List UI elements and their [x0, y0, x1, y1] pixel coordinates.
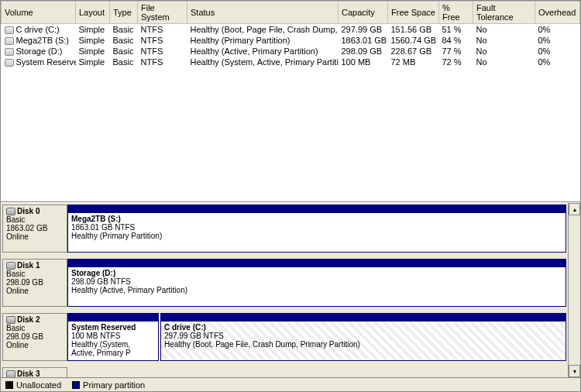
partition-status: Healthy (Active, Primary Partition)	[71, 286, 187, 294]
scroll-down-button[interactable]: ▾	[569, 365, 580, 377]
disk-info[interactable]: Disk 0Basic1863.02 GBOnline	[2, 205, 67, 253]
disk-row: Disk 0Basic1863.02 GBOnline Mega2TB (S:)…	[2, 205, 566, 253]
disk-icon	[6, 370, 15, 377]
disk-partitions: System Reserved 100 MB NTFS Healthy (Sys…	[67, 313, 566, 361]
disk-state: Online	[6, 232, 64, 241]
volume-name: Storage (D:)	[16, 46, 63, 56]
disk-name: Disk 0	[17, 207, 40, 215]
scroll-track[interactable]	[569, 215, 580, 365]
cell: 77 %	[439, 46, 473, 57]
cell: NTFS	[138, 46, 187, 57]
cell: 100 MB	[339, 57, 388, 67]
legend-unallocated-label: Unallocated	[16, 380, 61, 390]
cell: 297.99 GB	[339, 24, 388, 36]
partition-size: 297.99 GB NTFS	[164, 332, 224, 340]
disk-state: Online	[6, 287, 64, 295]
partition-size: 1863.01 GB NTFS	[71, 223, 135, 232]
col-fs[interactable]: File System	[138, 2, 187, 24]
volume-name: C drive (C:)	[16, 25, 60, 34]
disk-row: Disk 1Basic298.09 GBOnline Storage (D:) …	[2, 259, 566, 307]
cell: 0%	[535, 57, 580, 67]
partition-body: Storage (D:) 298.09 GB NTFS Healthy (Act…	[68, 267, 566, 306]
cell: Healthy (System, Active, Primary Partiti…	[187, 57, 339, 67]
disk-icon	[6, 262, 15, 270]
disk-type: Basic	[6, 324, 64, 332]
col-layout[interactable]: Layout	[76, 2, 110, 24]
cell: 298.09 GB	[339, 46, 388, 57]
drive-icon	[5, 26, 14, 34]
col-free[interactable]: Free Space	[388, 2, 439, 24]
partition[interactable]: Mega2TB (S:) 1863.01 GB NTFS Healthy (Pr…	[67, 205, 566, 253]
cell: 72 %	[439, 57, 473, 67]
partition-title: C drive (C:)	[164, 323, 206, 332]
disk-info[interactable]: Disk 2Basic298.09 GBOnline	[2, 313, 67, 361]
volume-name: System Reserved	[16, 57, 76, 67]
col-fault[interactable]: Fault Tolerance	[473, 2, 535, 24]
col-status[interactable]: Status	[187, 2, 339, 24]
cell: NTFS	[138, 24, 187, 36]
cell: 0%	[535, 35, 580, 46]
disk-icon	[6, 208, 15, 215]
disk-graphic-panel: Disk 0Basic1863.02 GBOnline Mega2TB (S:)…	[1, 202, 580, 377]
cell: C drive (C:)	[2, 24, 76, 36]
cell: NTFS	[138, 35, 187, 46]
volume-row[interactable]: Storage (D:)SimpleBasicNTFSHealthy (Acti…	[2, 46, 580, 57]
cell: No	[473, 57, 535, 67]
partition[interactable]: Storage (D:) 298.09 GB NTFS Healthy (Act…	[67, 259, 566, 307]
cell: 72 MB	[388, 57, 439, 67]
disk-icon	[6, 316, 15, 324]
cell: Healthy (Boot, Page File, Crash Dump, Pr…	[187, 24, 339, 36]
disk-state: Online	[6, 341, 64, 349]
cell: No	[473, 35, 535, 46]
cell: Storage (D:)	[2, 46, 76, 57]
legend-bar: Unallocated Primary partition	[1, 377, 580, 391]
partition-title: Storage (D:)	[71, 269, 115, 277]
cell: Basic	[110, 57, 138, 67]
partition[interactable]: C drive (C:) 297.99 GB NTFS Healthy (Boo…	[160, 313, 566, 361]
cell: Basic	[110, 24, 138, 36]
drive-icon	[5, 37, 14, 45]
legend-unallocated: Unallocated	[5, 380, 61, 390]
volume-row[interactable]: Mega2TB (S:)SimpleBasicNTFSHealthy (Prim…	[2, 35, 580, 46]
legend-swatch-unallocated-icon	[5, 381, 13, 389]
disk-info[interactable]: Disk 3	[2, 367, 67, 377]
cell: Simple	[76, 35, 110, 46]
partition-header	[68, 314, 158, 322]
volume-list-panel: Volume Layout Type File System Status Ca…	[1, 1, 580, 202]
col-volume[interactable]: Volume	[2, 2, 76, 24]
cell: 1863.01 GB	[339, 35, 388, 46]
disk-name: Disk 1	[17, 261, 40, 270]
disk-type: Basic	[6, 270, 64, 278]
cell: 0%	[535, 46, 580, 57]
cell: No	[473, 46, 535, 57]
col-type[interactable]: Type	[110, 2, 138, 24]
cell: Simple	[76, 57, 110, 67]
cell: 1560.74 GB	[388, 35, 439, 46]
legend-primary: Primary partition	[72, 380, 145, 390]
cell: No	[473, 24, 535, 36]
col-capacity[interactable]: Capacity	[339, 2, 388, 24]
partition[interactable]: System Reserved 100 MB NTFS Healthy (Sys…	[67, 313, 159, 361]
partition-status: Healthy (Boot, Page File, Crash Dump, Pr…	[164, 340, 360, 349]
disk-row: Disk 3	[2, 367, 566, 377]
volume-row[interactable]: System ReservedSimpleBasicNTFSHealthy (S…	[2, 57, 580, 67]
table-header-row: Volume Layout Type File System Status Ca…	[2, 2, 580, 24]
volume-row[interactable]: C drive (C:)SimpleBasicNTFSHealthy (Boot…	[2, 24, 580, 36]
partition-title: Mega2TB (S:)	[71, 215, 121, 223]
disk-name: Disk 2	[17, 315, 40, 324]
partition-title: System Reserved	[71, 323, 136, 332]
cell: Basic	[110, 46, 138, 57]
disk-info[interactable]: Disk 1Basic298.09 GBOnline	[2, 259, 67, 307]
col-overhead[interactable]: Overhead	[535, 2, 580, 24]
cell: 151.56 GB	[388, 24, 439, 36]
cell: Mega2TB (S:)	[2, 35, 76, 46]
vertical-scrollbar[interactable]: ▴ ▾	[568, 203, 580, 377]
cell: Healthy (Active, Primary Partition)	[187, 46, 339, 57]
col-pct[interactable]: % Free	[439, 2, 473, 24]
cell: System Reserved	[2, 57, 76, 67]
scroll-up-button[interactable]: ▴	[569, 203, 580, 215]
partition-body: Mega2TB (S:) 1863.01 GB NTFS Healthy (Pr…	[68, 213, 566, 252]
cell: 84 %	[439, 35, 473, 46]
cell: Basic	[110, 35, 138, 46]
drive-icon	[5, 48, 14, 56]
